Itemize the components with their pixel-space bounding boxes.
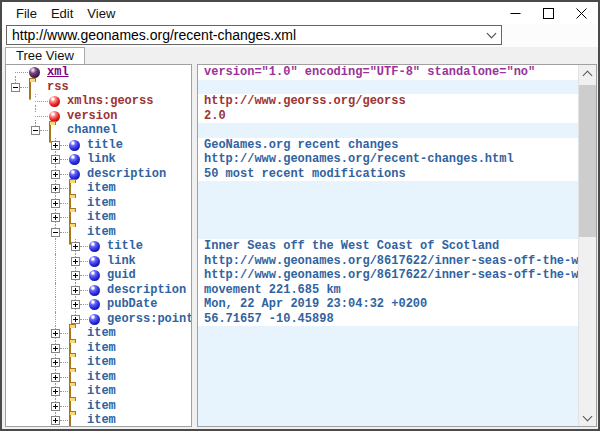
tree-node-label: item bbox=[87, 181, 116, 196]
value-panel: version="1.0" encoding="UTF-8" standalon… bbox=[197, 64, 597, 427]
tree-node-xmlns:georss[interactable]: xmlns:georss bbox=[6, 94, 191, 109]
tree-node-version[interactable]: version bbox=[6, 109, 191, 124]
tree-node-guid[interactable]: guid bbox=[6, 268, 191, 283]
element-icon bbox=[89, 241, 100, 252]
tree-node-link[interactable]: link bbox=[6, 254, 191, 269]
tree-node-georss:point[interactable]: georss:point bbox=[6, 312, 191, 327]
tree-guide-line bbox=[60, 391, 68, 392]
tree-guide-line bbox=[60, 188, 68, 189]
tab-tree-view[interactable]: Tree View bbox=[5, 47, 85, 64]
tree-node-item[interactable]: item bbox=[6, 181, 191, 196]
app-window: File Edit View Tree View xmlrssxmln bbox=[0, 0, 600, 431]
menu-item-edit[interactable]: Edit bbox=[45, 4, 79, 23]
value-row bbox=[198, 80, 579, 95]
value-row bbox=[198, 326, 579, 341]
value-row bbox=[198, 341, 579, 356]
tree-guide-line bbox=[60, 203, 68, 204]
tree-node-description[interactable]: description bbox=[6, 283, 191, 298]
value-scrollbar[interactable] bbox=[578, 65, 596, 426]
element-icon bbox=[89, 314, 100, 325]
tree-guide-line bbox=[35, 101, 48, 102]
tree-guide-line bbox=[80, 290, 88, 291]
close-button[interactable] bbox=[565, 2, 598, 24]
tree-node-item[interactable]: item bbox=[6, 399, 191, 414]
minimize-button[interactable] bbox=[499, 2, 532, 24]
tree-node-label: item bbox=[87, 326, 116, 341]
expand-toggle[interactable] bbox=[51, 358, 60, 367]
expand-toggle[interactable] bbox=[51, 170, 60, 179]
tree-guide-line bbox=[60, 145, 68, 146]
expand-toggle[interactable] bbox=[71, 257, 80, 266]
expand-toggle[interactable] bbox=[51, 402, 60, 411]
tree-guide-line bbox=[20, 87, 28, 88]
tree-guide-line bbox=[60, 420, 68, 421]
tree-guide-line bbox=[60, 377, 68, 378]
tree-node-description[interactable]: description bbox=[6, 167, 191, 182]
expand-toggle[interactable] bbox=[51, 213, 60, 222]
tab-strip: Tree View bbox=[2, 47, 598, 64]
expand-toggle[interactable] bbox=[51, 199, 60, 208]
tree-node-item[interactable]: item bbox=[6, 210, 191, 225]
address-combobox bbox=[6, 25, 502, 45]
tree-guide-line bbox=[15, 72, 28, 73]
expand-toggle[interactable] bbox=[51, 416, 60, 425]
chevron-up-icon bbox=[583, 70, 593, 80]
collapse-toggle[interactable] bbox=[11, 83, 20, 92]
tree-guide-line bbox=[60, 217, 68, 218]
tree-node-title[interactable]: title bbox=[6, 138, 191, 153]
collapse-toggle[interactable] bbox=[51, 228, 60, 237]
folder-icon bbox=[69, 414, 71, 427]
tree-node-label: link bbox=[107, 254, 136, 269]
tree-node-label: georss:point bbox=[107, 312, 192, 327]
tree-guide-line bbox=[60, 174, 68, 175]
value-row: GeoNames.org recent changes bbox=[198, 138, 579, 153]
tree-node-label: channel bbox=[67, 123, 117, 138]
element-icon bbox=[89, 270, 100, 281]
tree-node-title[interactable]: title bbox=[6, 239, 191, 254]
tree-node-item[interactable]: item bbox=[6, 355, 191, 370]
address-input[interactable] bbox=[7, 27, 481, 43]
maximize-button[interactable] bbox=[532, 2, 565, 24]
address-dropdown-button[interactable] bbox=[481, 26, 501, 44]
tree-guide-line bbox=[60, 348, 68, 349]
tree-node-rss[interactable]: rss bbox=[6, 80, 191, 95]
tree-node-item[interactable]: item bbox=[6, 196, 191, 211]
expand-toggle[interactable] bbox=[51, 184, 60, 193]
expand-toggle[interactable] bbox=[71, 242, 80, 251]
tree-node-item[interactable]: item bbox=[6, 413, 191, 427]
tree-node-item[interactable]: item bbox=[6, 341, 191, 356]
value-row: http://www.geonames.org/8617622/inner-se… bbox=[198, 268, 579, 283]
expand-toggle[interactable] bbox=[71, 271, 80, 280]
tree-node-item[interactable]: item bbox=[6, 225, 191, 240]
element-icon bbox=[69, 169, 80, 180]
tree-node-channel[interactable]: channel bbox=[6, 123, 191, 138]
tree-node-item[interactable]: item bbox=[6, 326, 191, 341]
expand-toggle[interactable] bbox=[71, 315, 80, 324]
collapse-toggle[interactable] bbox=[31, 126, 40, 135]
tree-node-item[interactable]: item bbox=[6, 370, 191, 385]
scroll-down-button[interactable] bbox=[579, 409, 596, 426]
expand-toggle[interactable] bbox=[51, 387, 60, 396]
menu-item-file[interactable]: File bbox=[10, 4, 43, 23]
expand-toggle[interactable] bbox=[51, 344, 60, 353]
value-row bbox=[198, 123, 579, 138]
value-row bbox=[198, 181, 579, 196]
expand-toggle[interactable] bbox=[71, 300, 80, 309]
tree-node-label: item bbox=[87, 355, 116, 370]
tree-node-item[interactable]: item bbox=[6, 384, 191, 399]
tree-guide-line bbox=[35, 116, 48, 117]
expand-toggle[interactable] bbox=[71, 286, 80, 295]
expand-toggle[interactable] bbox=[51, 141, 60, 150]
tree-node-link[interactable]: link bbox=[6, 152, 191, 167]
tree-node-pubDate[interactable]: pubDate bbox=[6, 297, 191, 312]
scroll-up-button[interactable] bbox=[579, 65, 596, 82]
chevron-down-icon bbox=[583, 411, 593, 421]
tree-guide-line bbox=[60, 159, 68, 160]
expand-toggle[interactable] bbox=[51, 329, 60, 338]
tree-node-label: item bbox=[87, 370, 116, 385]
value-row bbox=[198, 225, 579, 240]
expand-toggle[interactable] bbox=[51, 155, 60, 164]
menu-item-view[interactable]: View bbox=[81, 4, 121, 23]
scrollbar-thumb[interactable] bbox=[579, 85, 596, 237]
expand-toggle[interactable] bbox=[51, 373, 60, 382]
